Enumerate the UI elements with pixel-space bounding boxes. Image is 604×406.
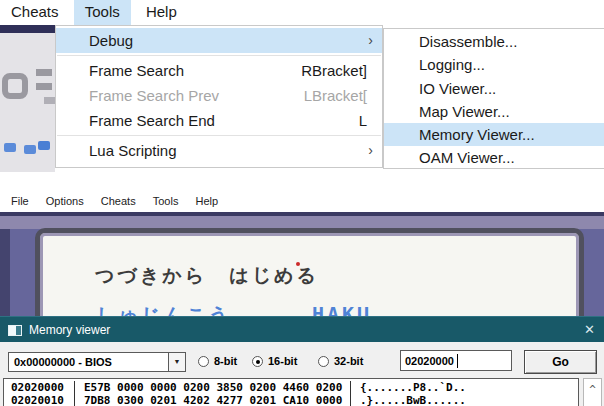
emu-menu-cheats[interactable]: Cheats [94, 190, 143, 210]
memory-viewer-titlebar[interactable]: Memory viewer ✕ [0, 316, 604, 342]
submenu-arrow-icon: › [368, 138, 373, 163]
menu-item-label: Debug [89, 32, 133, 49]
hex-address: 02020000 [4, 381, 74, 394]
game-dialog-box: つづきから はじめる しゅじんこう HAKU [35, 228, 584, 318]
radio-8bit[interactable]: 8-bit [198, 355, 237, 367]
game-glyph-fragment [36, 69, 52, 76]
radio-16bit[interactable]: 16-bit [252, 355, 297, 367]
background-game-fragment [0, 25, 55, 172]
window-frame-fragment [0, 25, 55, 33]
radio-32bit[interactable]: 32-bit [318, 355, 363, 367]
window-title: Memory viewer [29, 323, 110, 337]
top-menubar: Cheats Tools Help [0, 0, 604, 25]
menu-item-frame-search[interactable]: Frame Search RBracket] [56, 58, 382, 83]
menu-item-io-viewer[interactable]: IO Viewer... [384, 77, 604, 100]
menu-item-logging[interactable]: Logging... [384, 53, 604, 76]
menu-shortcut: LBracket[ [304, 83, 367, 108]
memory-region-value: 0x00000000 - BIOS [14, 356, 112, 368]
submenu-arrow-icon: › [368, 28, 373, 53]
memory-region-select[interactable]: 0x00000000 - BIOS ▼ [8, 352, 186, 372]
menu-item-memory-viewer[interactable]: Memory Viewer... [384, 123, 604, 146]
go-button[interactable]: Go [524, 350, 597, 374]
menu-item-frame-search-end[interactable]: Frame Search End L [56, 108, 382, 133]
game-screen-left-edge [0, 229, 10, 318]
radio-label: 8-bit [214, 355, 237, 367]
address-input[interactable]: 02020000 [400, 350, 512, 371]
menu-shortcut: L [359, 108, 367, 133]
menu-tools[interactable]: Tools [74, 0, 131, 25]
emu-menu-file[interactable]: File [4, 190, 36, 210]
hex-values: E57B 0000 0000 0200 3850 0200 4460 0200 [74, 381, 350, 394]
hex-ascii: .}.....BwB...... [350, 394, 466, 406]
menu-cheats[interactable]: Cheats [0, 0, 70, 25]
emulator-menubar: File Options Cheats Tools Help [0, 190, 604, 212]
game-glyph-fragment [2, 73, 28, 99]
memory-viewer-window: Memory viewer ✕ 0x00000000 - BIOS ▼ 8-bi… [0, 316, 604, 406]
text-caret [457, 354, 458, 368]
menu-help[interactable]: Help [135, 0, 188, 25]
address-value: 02020000 [405, 355, 454, 367]
radio-label: 32-bit [334, 355, 363, 367]
menu-item-disassemble[interactable]: Disassemble... [384, 30, 604, 53]
menu-item-label: Frame Search End [89, 112, 215, 129]
emu-menu-help[interactable]: Help [188, 190, 225, 210]
menu-shortcut: RBracket] [301, 58, 367, 83]
hex-address: 02020010 [4, 394, 74, 406]
menu-item-frame-search-prev: Frame Search Prev LBracket[ [56, 83, 382, 108]
menu-item-lua-scripting[interactable]: Lua Scripting › [56, 138, 382, 163]
emu-menu-tools[interactable]: Tools [146, 190, 186, 210]
game-cursor-dot [296, 262, 300, 266]
radio-circle [198, 356, 209, 367]
hex-dump-view[interactable]: 02020000 E57B 0000 0000 0200 3850 0200 4… [3, 378, 579, 406]
menu-item-map-viewer[interactable]: Map Viewer... [384, 100, 604, 123]
game-screen: つづきから はじめる しゅじんこう HAKU [0, 212, 604, 318]
screenshot-root: Cheats Tools Help Debug › Frame Search R… [0, 0, 604, 406]
game-text-continue: つづきから はじめる [95, 263, 319, 289]
scroll-up-icon[interactable]: ^ [584, 383, 601, 396]
hex-ascii: {.......P8..`D.. [350, 381, 466, 394]
window-icon [8, 325, 22, 336]
menu-item-label: Frame Search [89, 62, 184, 79]
close-icon[interactable]: ✕ [584, 322, 595, 337]
game-glyph-fragment [4, 143, 16, 152]
hex-row: 02020010 7DB8 0300 0201 4202 4277 0201 C… [4, 394, 578, 406]
chevron-down-icon[interactable]: ▼ [168, 353, 185, 371]
hex-row: 02020000 E57B 0000 0000 0200 3850 0200 4… [4, 381, 578, 394]
debug-submenu: Disassemble... Logging... IO Viewer... M… [383, 28, 604, 169]
menu-item-label: Lua Scripting [89, 142, 177, 159]
hex-values: 7DB8 0300 0201 4202 4277 0201 CA10 0000 [74, 394, 350, 406]
tools-dropdown-menu: Debug › Frame Search RBracket] Frame Sea… [55, 25, 383, 168]
radio-circle [252, 356, 263, 367]
menu-item-debug[interactable]: Debug › [56, 28, 382, 53]
menu-item-label: Frame Search Prev [89, 87, 219, 104]
hex-scrollbar[interactable]: ^ [583, 378, 602, 406]
menu-separator [57, 135, 381, 136]
radio-label: 16-bit [268, 355, 297, 367]
menu-item-oam-viewer[interactable]: OAM Viewer... [384, 146, 604, 169]
memory-viewer-controls: 0x00000000 - BIOS ▼ 8-bit 16-bit 32-bit … [0, 342, 604, 378]
menu-separator [57, 55, 381, 56]
radio-circle [318, 356, 329, 367]
emu-menu-options[interactable]: Options [39, 190, 91, 210]
